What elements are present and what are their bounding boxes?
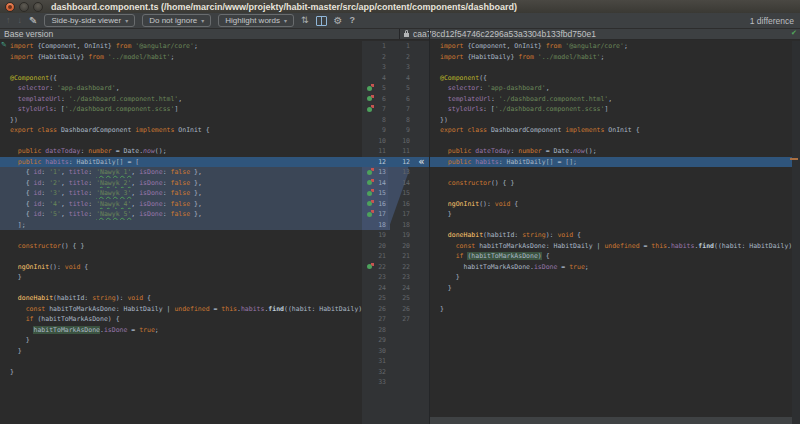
sync-scroll-icon[interactable]: ⇅ — [301, 16, 309, 25]
code-line[interactable]: templateUrl: './dashboard.component.html… — [0, 94, 362, 105]
right-editor[interactable]: import {Component, OnInit} from '@angula… — [430, 41, 792, 424]
previous-difference-button[interactable]: ↑ — [6, 16, 11, 25]
code-line[interactable]: }) — [0, 115, 362, 126]
code-token: import — [440, 42, 463, 50]
code-line[interactable] — [0, 356, 362, 367]
vcs-marker-icon[interactable] — [367, 107, 372, 112]
code-line[interactable]: habitToMarkAsDone.isDone = true; — [0, 325, 362, 336]
horizontal-scrollbar[interactable] — [430, 417, 792, 424]
code-token: isDone — [534, 263, 557, 271]
code-token: : — [163, 179, 171, 187]
vcs-marker-icon[interactable] — [367, 86, 372, 91]
two-side-view-icon[interactable] — [316, 16, 327, 26]
code-line[interactable]: public habits: HabitDaily[] = []; — [430, 157, 792, 168]
error-stripe[interactable] — [792, 41, 800, 424]
code-line[interactable]: ngOnInit(): void { — [430, 199, 792, 210]
code-line[interactable]: styleUrls: ['./dashboard.component.scss'… — [0, 104, 362, 115]
code-line[interactable]: import {Component, OnInit} from '@angula… — [430, 41, 792, 52]
viewer-mode-dropdown[interactable]: Side-by-side viewer ▾ — [44, 14, 135, 27]
code-line[interactable] — [0, 62, 362, 73]
code-line[interactable]: ngOnInit(): void { — [0, 262, 362, 273]
gutter-line: 23 — [390, 272, 414, 283]
code-line[interactable]: constructor() { } — [430, 178, 792, 189]
code-line[interactable]: } — [0, 367, 362, 378]
vcs-marker-icon[interactable] — [367, 180, 372, 185]
code-line[interactable] — [430, 136, 792, 147]
code-line[interactable]: } — [0, 346, 362, 357]
code-line[interactable] — [0, 377, 362, 388]
code-token: templateUrl — [440, 95, 491, 103]
gear-icon[interactable]: ⚙ — [334, 16, 343, 25]
line-number: 26 — [378, 305, 386, 313]
code-line[interactable]: selector: 'app-dashboard', — [0, 83, 362, 94]
code-line[interactable]: } — [430, 209, 792, 220]
code-line[interactable]: } — [0, 272, 362, 283]
code-line[interactable]: } — [430, 272, 792, 283]
code-line[interactable]: } — [430, 304, 792, 315]
code-line[interactable] — [430, 62, 792, 73]
help-icon[interactable]: ? — [350, 16, 356, 25]
code-line[interactable]: } — [430, 283, 792, 294]
action-strip-line — [414, 146, 429, 157]
code-line[interactable]: { id: '4', title: 'Nawyk 4', isDone: fal… — [0, 199, 362, 210]
code-token: } — [440, 305, 444, 313]
vcs-marker-icon[interactable] — [367, 191, 372, 196]
vcs-marker-icon[interactable] — [367, 212, 372, 217]
left-editor[interactable]: import {Component, OnInit} from '@angula… — [0, 41, 362, 424]
code-line[interactable] — [0, 251, 362, 262]
code-token: } — [10, 368, 14, 376]
code-line[interactable]: public habits: HabitDaily[] = [ — [0, 157, 362, 168]
code-line[interactable]: @Component({ — [430, 73, 792, 84]
code-line[interactable] — [430, 220, 792, 231]
code-line[interactable] — [0, 230, 362, 241]
edit-icon[interactable]: ✎ — [29, 16, 37, 25]
next-difference-button[interactable]: ↓ — [18, 16, 23, 25]
code-line[interactable]: { id: '2', title: 'Nawyk 2', isDone: fal… — [0, 178, 362, 189]
code-line[interactable] — [430, 293, 792, 304]
highlight-mode-dropdown[interactable]: Highlight words ▾ — [218, 14, 294, 27]
window-close-button[interactable] — [5, 2, 15, 12]
code-line[interactable]: templateUrl: './dashboard.component.html… — [430, 94, 792, 105]
code-line[interactable] — [0, 283, 362, 294]
code-line[interactable]: styleUrls: ['./dashboard.component.scss'… — [430, 104, 792, 115]
code-line[interactable]: }) — [430, 115, 792, 126]
code-line[interactable]: public dateToday: number = Date.now(); — [430, 146, 792, 157]
code-line[interactable]: { id: '3', title: 'Nawyk 3', isDone: fal… — [0, 188, 362, 199]
code-token: 'Nawyk 2' — [96, 179, 131, 187]
vcs-marker-icon[interactable] — [367, 170, 372, 175]
code-line[interactable]: if (habitToMarkAsDone) { — [0, 314, 362, 325]
ignore-policy-dropdown[interactable]: Do not ignore ▾ — [142, 14, 211, 27]
code-line[interactable]: selector: 'app-dashboard', — [430, 83, 792, 94]
code-line[interactable]: export class DashboardComponent implemen… — [0, 125, 362, 136]
code-line[interactable]: import {HabitDaily} from '../model/habit… — [430, 52, 792, 63]
code-line[interactable]: if (habitToMarkAsDone) { — [430, 251, 792, 262]
vcs-marker-icon[interactable] — [367, 96, 372, 101]
code-line[interactable]: constructor() { } — [0, 241, 362, 252]
code-line[interactable] — [430, 314, 792, 325]
code-line[interactable]: import {Component, OnInit} from '@angula… — [0, 41, 362, 52]
code-line[interactable]: const habitToMarkAsDone: HabitDaily | un… — [0, 304, 362, 315]
code-line[interactable]: doneHabit(habitId: string): void { — [430, 230, 792, 241]
code-line[interactable] — [430, 188, 792, 199]
code-line[interactable] — [0, 136, 362, 147]
window-maximize-button[interactable] — [33, 2, 43, 12]
code-line[interactable]: habitToMarkAsDone.isDone = true; — [430, 262, 792, 273]
vcs-marker-icon[interactable] — [367, 264, 372, 269]
code-line[interactable]: } — [0, 335, 362, 346]
code-line[interactable]: { id: '1', title: 'Nawyk 1', isDone: fal… — [0, 167, 362, 178]
code-line[interactable]: @Component({ — [0, 73, 362, 84]
code-line[interactable]: ]; — [0, 220, 362, 231]
right-gutter: 1234567891011121314151617181920212223242… — [390, 41, 414, 424]
code-line[interactable]: export class DashboardComponent implemen… — [430, 125, 792, 136]
code-line[interactable]: public dateToday: number = Date.now(); — [0, 146, 362, 157]
apply-change-left-icon[interactable]: « — [418, 157, 424, 168]
code-line[interactable]: { id: '5', title: 'Nawyk 5', isDone: fal… — [0, 209, 362, 220]
code-line[interactable]: import {HabitDaily} from '../model/habit… — [0, 52, 362, 63]
window-minimize-button[interactable] — [19, 2, 29, 12]
code-line[interactable]: const habitToMarkAsDone: HabitDaily | un… — [430, 241, 792, 252]
vcs-marker-icon[interactable] — [367, 201, 372, 206]
code-token: number — [518, 147, 541, 155]
code-line[interactable]: doneHabit(habitId: string): void { — [0, 293, 362, 304]
inspection-status-icon[interactable]: ✔ — [791, 29, 797, 37]
code-line[interactable] — [430, 167, 792, 178]
